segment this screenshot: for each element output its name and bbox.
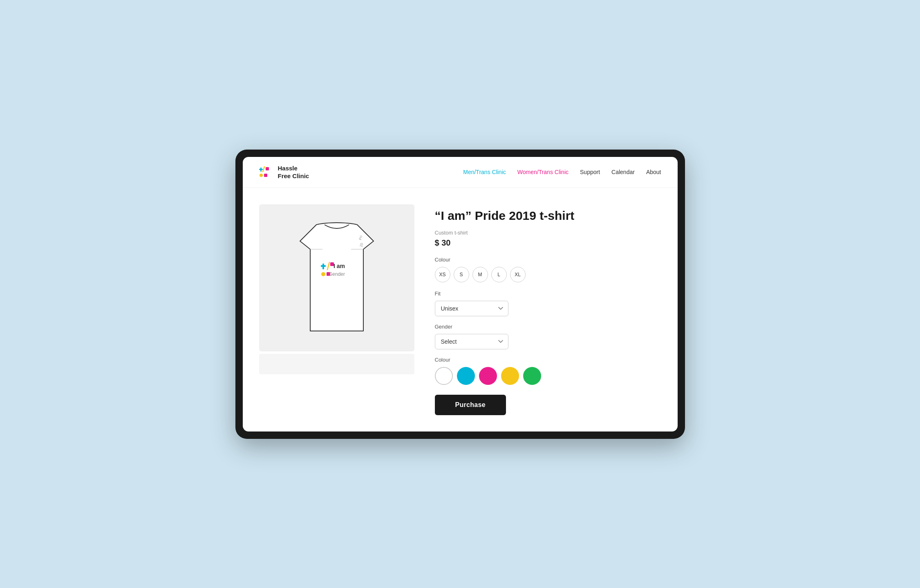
size-xs[interactable]: XS xyxy=(435,267,450,282)
svg-line-2 xyxy=(263,167,264,172)
colour-circles xyxy=(435,367,661,385)
colour-green[interactable] xyxy=(523,367,541,385)
product-image-bottom xyxy=(259,354,414,374)
fit-label: Fit xyxy=(435,291,661,297)
nav-calendar[interactable]: Calendar xyxy=(611,169,635,175)
tshirt-svg: I am Gender Pri 20 xyxy=(284,217,390,339)
product-title: “I am” Pride 2019 t-shirt xyxy=(435,208,661,223)
size-l[interactable]: L xyxy=(491,267,507,282)
svg-point-12 xyxy=(321,272,325,276)
main-content: I am Gender Pri 20 “I am” Pride 2019 t-s… xyxy=(243,188,678,431)
nav-women-trans[interactable]: Women/Trans Clinic xyxy=(517,169,569,175)
svg-text:Gender: Gender xyxy=(329,271,345,277)
colour-pink[interactable] xyxy=(479,367,497,385)
size-section: Colour XS S M L XL xyxy=(435,257,661,282)
size-buttons: XS S M L XL xyxy=(435,267,661,282)
browser-window: Hassle Free Clinic Men/Trans Clinic Wome… xyxy=(243,157,678,431)
colour-white[interactable] xyxy=(435,367,453,385)
gender-section: Gender Select xyxy=(435,324,661,349)
logo-icon xyxy=(259,165,274,179)
product-image-box: I am Gender Pri 20 xyxy=(259,204,414,351)
svg-rect-3 xyxy=(266,167,269,170)
nav-links: Men/Trans Clinic Women/Trans Clinic Supp… xyxy=(463,169,661,175)
svg-rect-9 xyxy=(321,265,326,267)
nav-about[interactable]: About xyxy=(646,169,661,175)
svg-rect-1 xyxy=(259,169,263,170)
fit-section: Fit Unisex xyxy=(435,291,661,316)
logo-area: Hassle Free Clinic xyxy=(259,164,309,180)
product-price: $ 30 xyxy=(435,238,661,248)
colour-yellow[interactable] xyxy=(501,367,519,385)
navbar: Hassle Free Clinic Men/Trans Clinic Wome… xyxy=(243,157,678,188)
logo-text: Hassle Free Clinic xyxy=(278,164,309,180)
colour-section: Colour xyxy=(435,357,661,385)
gender-label: Gender xyxy=(435,324,661,330)
device-frame: Hassle Free Clinic Men/Trans Clinic Wome… xyxy=(235,150,685,439)
colour-cyan[interactable] xyxy=(457,367,475,385)
product-type: Custom t-shirt xyxy=(435,230,661,236)
size-label: Colour xyxy=(435,257,661,263)
product-details: “I am” Pride 2019 t-shirt Custom t-shirt… xyxy=(435,204,661,415)
nav-men-trans[interactable]: Men/Trans Clinic xyxy=(463,169,506,175)
size-s[interactable]: S xyxy=(454,267,469,282)
svg-text:I am: I am xyxy=(334,263,345,269)
size-xl[interactable]: XL xyxy=(510,267,526,282)
svg-rect-5 xyxy=(264,174,267,177)
product-image-section: I am Gender Pri 20 xyxy=(259,204,414,415)
colour-label: Colour xyxy=(435,357,661,363)
nav-support[interactable]: Support xyxy=(580,169,600,175)
size-m[interactable]: M xyxy=(472,267,488,282)
purchase-button[interactable]: Purchase xyxy=(435,395,506,415)
gender-select[interactable]: Select xyxy=(435,334,508,349)
fit-select[interactable]: Unisex xyxy=(435,301,508,316)
svg-point-4 xyxy=(260,174,263,177)
